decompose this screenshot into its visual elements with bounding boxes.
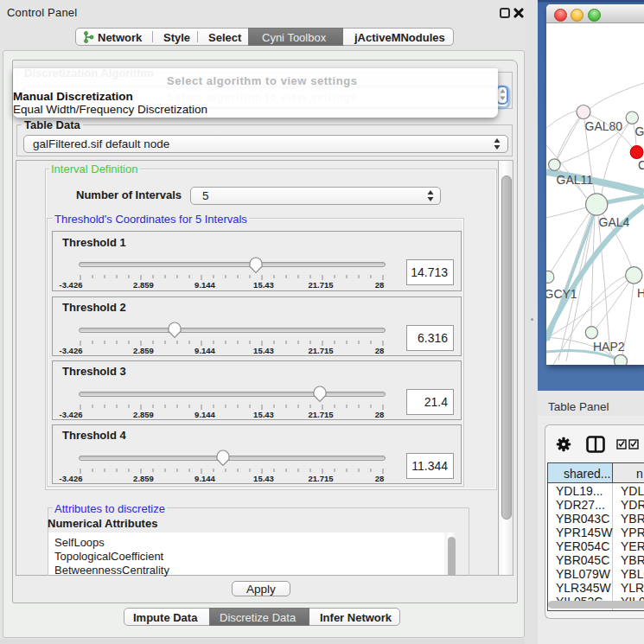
svg-text:H: H bbox=[637, 286, 644, 300]
svg-text:GA: GA bbox=[635, 124, 644, 138]
svg-text:GAL11: GAL11 bbox=[557, 173, 594, 187]
svg-text:HAP2: HAP2 bbox=[593, 340, 625, 354]
svg-text:GAL80: GAL80 bbox=[585, 119, 623, 133]
svg-text:C: C bbox=[638, 158, 644, 172]
svg-text:GAL4: GAL4 bbox=[599, 215, 630, 229]
svg-text:GCY1: GCY1 bbox=[546, 287, 577, 301]
